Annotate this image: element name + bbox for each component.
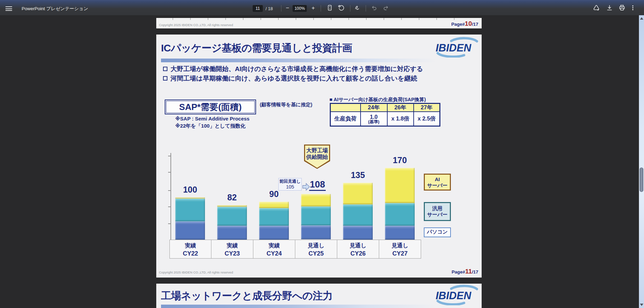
- bar-value-label: 90: [253, 189, 295, 199]
- legend-label: 汎用: [425, 205, 450, 212]
- vertical-scrollbar[interactable]: [639, 15, 644, 308]
- bar-cy26: [343, 183, 373, 240]
- zoom-out-button[interactable]: −: [284, 5, 291, 12]
- category-year: CY26: [337, 249, 379, 258]
- cy25-forecast-value: 108: [309, 179, 326, 191]
- header-cell: 26年: [387, 104, 414, 112]
- redo-icon[interactable]: [383, 4, 390, 12]
- bar-value-label: 135: [337, 170, 379, 180]
- bar-value-label: 82: [211, 193, 253, 202]
- scrollbar-thumb[interactable]: [640, 168, 643, 192]
- legend-label: AI: [425, 176, 450, 182]
- toolbar-divider: [366, 5, 366, 12]
- bar-cy22: [175, 197, 205, 240]
- category-year: CY27: [379, 249, 421, 258]
- category-year: CY24: [253, 249, 295, 258]
- download-icon[interactable]: [606, 4, 614, 12]
- zoom-level-input[interactable]: 100%: [293, 5, 307, 12]
- row-label-cell: 生産負荷: [330, 112, 361, 126]
- segment-server: [301, 206, 331, 225]
- category-cell-cy23: 実績CY23: [211, 240, 253, 258]
- bullet-item: 大野工場が稼働開始、AI向けのさらなる市場成長と高機能化に伴う需要増加に対応する: [163, 65, 423, 73]
- header-cell: 24年: [361, 104, 387, 112]
- category-cell-cy22: 実績CY22: [169, 240, 211, 258]
- category-status: 実績: [253, 242, 295, 249]
- segment-server: [259, 208, 289, 226]
- footnote-index: ※22年を「100」として指数化: [175, 123, 246, 129]
- value-24-sub: (基準): [361, 120, 387, 124]
- copyright-text: Copyright 2025 IBIDEN CO.,LTD, All right…: [159, 270, 233, 274]
- previous-forecast-value: 105: [279, 184, 301, 190]
- page-number: 10: [465, 20, 472, 27]
- page-number-input[interactable]: 11: [253, 5, 263, 12]
- print-icon[interactable]: [619, 4, 626, 12]
- page-count-label: / 18: [266, 6, 273, 11]
- rotate-icon[interactable]: [338, 4, 345, 12]
- page-number: 11: [465, 268, 472, 275]
- zoom-in-button[interactable]: +: [309, 5, 317, 12]
- ibiden-logo: IBIDEN: [434, 284, 480, 305]
- title-underline-bar: [161, 305, 436, 308]
- chart-axis-ticks-remnant: [172, 18, 470, 20]
- legend-label: パソコン: [424, 229, 450, 235]
- category-year: CY22: [170, 249, 211, 258]
- category-year: CY25: [295, 249, 337, 258]
- slide-title: 工場ネットワークと成長分野への注力: [161, 289, 332, 303]
- segment-server: [217, 207, 247, 226]
- segment-pc: [343, 226, 373, 240]
- ibiden-logo: IBIDEN: [434, 37, 480, 58]
- toolbar-divider: [281, 5, 281, 12]
- header-cell: 27年: [414, 104, 440, 112]
- value-cell: x 1.8倍: [387, 112, 414, 126]
- sap-demand-label: SAP*需要(面積): [179, 101, 242, 113]
- previous-forecast-box: 前回見通し 105: [278, 178, 302, 191]
- bar-cy27: [385, 168, 415, 240]
- bar-cy24: [259, 202, 289, 240]
- segment-pc: [175, 221, 205, 240]
- category-status: 見通し: [379, 242, 421, 249]
- category-cell-cy24: 実績CY24: [253, 240, 295, 258]
- segment-ai: [385, 168, 415, 203]
- viewer-toolbar: PowerPoint プレゼンテーション 11 / 18 − 100% +: [0, 0, 644, 15]
- segment-server: [343, 204, 373, 226]
- previous-forecast-label: 前回見通し: [279, 179, 301, 184]
- undo-icon[interactable]: [371, 4, 378, 12]
- value-cell: 1.0(基準): [361, 112, 387, 126]
- page-total: /17: [472, 22, 478, 27]
- scroll-up-arrow[interactable]: [640, 17, 643, 20]
- scroll-down-arrow[interactable]: [640, 304, 643, 306]
- more-options-icon[interactable]: [629, 4, 637, 12]
- load-table-title: ■ AIサーバー向け基板の生産負荷(SAP換算): [329, 96, 426, 103]
- slide-12-partial: 工場ネットワークと成長分野への注力 IBIDEN: [156, 284, 482, 308]
- category-status: 実績: [211, 242, 253, 249]
- slide-title: ICパッケージ基板の需要見通しと投資計画: [161, 41, 352, 55]
- page-number-footer: Page#10/17: [451, 20, 478, 27]
- segment-server: [385, 203, 415, 226]
- bullet-item: 河間工場は早期稼働に向け、あらゆる選択肢を視野に入れて顧客との話し合いを継続: [163, 74, 417, 83]
- save-alt-icon[interactable]: [593, 4, 600, 12]
- table-data-row: 生産負荷 1.0(基準) x 1.8倍 x 2.5倍: [330, 112, 440, 126]
- draw-icon[interactable]: [354, 4, 362, 12]
- category-axis: 実績CY22実績CY23実績CY24見通しCY25見通しCY26見通しCY27: [169, 240, 421, 259]
- bar-value-label: 100: [169, 185, 211, 195]
- segment-pc: [301, 225, 331, 239]
- bar-cy25: [301, 194, 331, 240]
- segment-ai: [259, 202, 289, 208]
- callout-line1: 大野工場: [305, 147, 329, 154]
- title-underline-bar: [161, 59, 436, 62]
- toolbar-divider: [321, 5, 321, 12]
- legend-label: サーバー: [425, 182, 450, 189]
- legend-ai-server: AI サーバー: [424, 174, 451, 191]
- svg-text:IBIDEN: IBIDEN: [436, 42, 472, 54]
- fit-page-icon[interactable]: [326, 4, 334, 12]
- sap-demand-box: SAP*需要(面積): [165, 100, 256, 114]
- legend-label: サーバー: [425, 212, 450, 218]
- page-number-footer: Page#11/17: [452, 268, 478, 275]
- document-title: PowerPoint プレゼンテーション: [22, 6, 88, 12]
- page-prefix: Page#: [452, 269, 465, 274]
- value-cell: x 2.5倍: [414, 112, 440, 126]
- category-status: 実績: [170, 242, 211, 249]
- page-prefix: Page#: [451, 22, 465, 27]
- menu-icon[interactable]: [5, 6, 12, 11]
- segment-ai: [343, 183, 373, 204]
